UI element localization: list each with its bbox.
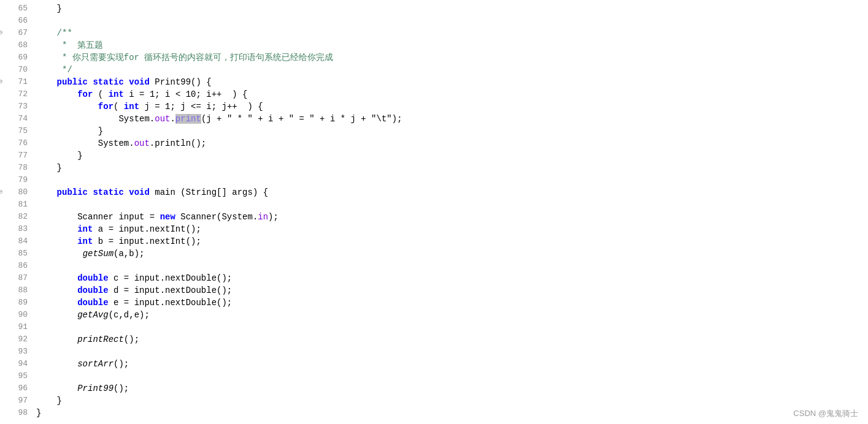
code-token: 第五题 [77, 40, 103, 50]
code-content: Print99(); [34, 382, 868, 395]
code-token: getSum [83, 249, 113, 259]
collapse-icon[interactable]: ⊖ [0, 186, 2, 199]
code-content: } [34, 2, 868, 15]
code-token [36, 77, 57, 87]
line-number: 73 [0, 100, 34, 113]
code-token [124, 187, 129, 197]
code-token: out [134, 138, 150, 148]
code-content: public static void main (String[] args) … [34, 186, 868, 199]
code-line: 86 [0, 260, 868, 272]
line-number: 66 [0, 15, 34, 27]
code-line: 92 printRect(); [0, 333, 868, 346]
code-token: printRect [77, 335, 124, 344]
code-token: } [36, 163, 62, 173]
code-token [36, 384, 77, 393]
code-line: 84 int b = input.nextInt(); [0, 235, 868, 248]
code-token: getAvg [77, 310, 108, 320]
code-token [36, 273, 77, 283]
code-token: double [77, 273, 108, 283]
line-number: 89 [0, 297, 34, 309]
code-line: 73 for( int j = 1; j <= i; j++ ) { [0, 100, 868, 113]
code-content: sortArr(); [34, 358, 868, 370]
code-token: (); [113, 359, 129, 369]
code-line: 69 * 你只需要实现for 循环括号的内容就可，打印语句系统已经给你完成 [0, 51, 868, 64]
code-token: } [36, 408, 41, 418]
code-line: ⊖80 public static void main (String[] ar… [0, 186, 868, 199]
code-line: 70 */ [0, 64, 868, 76]
code-token [36, 359, 77, 369]
code-token: System. [36, 138, 134, 148]
code-token [36, 237, 77, 246]
line-number: 78 [0, 162, 34, 174]
code-line: 79 [0, 174, 868, 186]
code-line: 81 [0, 199, 868, 211]
code-content: } [34, 162, 868, 174]
code-content: } [34, 125, 868, 137]
code-token: out [155, 114, 170, 124]
code-token: (c,d,e); [109, 310, 150, 320]
code-content [34, 199, 868, 211]
code-container: 65 }66 ⊖67 /**68 * 第五题69 * 你只需要实现for 循环括… [0, 0, 868, 424]
code-token: } [36, 151, 83, 161]
code-line: 75 } [0, 125, 868, 137]
line-number: 85 [0, 248, 34, 260]
line-number: ⊖67 [0, 27, 34, 39]
code-line: 95 [0, 370, 868, 382]
line-number: 79 [0, 174, 34, 186]
code-token [36, 335, 77, 344]
code-line: 66 [0, 15, 868, 27]
code-line: 83 int a = input.nextInt(); [0, 223, 868, 235]
code-line: ⊖71 public static void Print99() { [0, 76, 868, 88]
code-line: 98} [0, 407, 868, 419]
code-token: Print99 [77, 384, 113, 393]
code-content: int a = input.nextInt(); [34, 223, 868, 235]
code-line: 82 Scanner input = new Scanner(System.in… [0, 211, 868, 223]
code-token: e = input.nextDouble(); [109, 298, 232, 308]
code-line: 68 * 第五题 [0, 39, 868, 51]
code-token: in [258, 212, 268, 222]
code-line: 74 System.out.print(j + " * " + i + " = … [0, 113, 868, 125]
line-number: 87 [0, 272, 34, 284]
code-token [36, 187, 57, 197]
code-token: static [93, 187, 123, 197]
code-token: j = 1; j <= i; j++ ) { [139, 102, 263, 112]
line-number: ⊖80 [0, 186, 34, 199]
code-content: System.out.print(j + " * " + i + " = " +… [34, 113, 868, 125]
code-token: main (String[] args) { [150, 187, 268, 197]
code-line: 96 Print99(); [0, 382, 868, 395]
code-content: double e = input.nextDouble(); [34, 297, 868, 309]
code-token: .println(); [150, 138, 206, 148]
line-number: 92 [0, 333, 34, 346]
code-line: 65 } [0, 2, 868, 15]
code-token: /** [36, 28, 72, 38]
code-token: for [77, 89, 93, 99]
code-token: i = 1; i < 10; i++ ) { [124, 89, 248, 99]
line-number: 77 [0, 150, 34, 162]
code-content: * 第五题 [34, 39, 868, 51]
code-content: int b = input.nextInt(); [34, 235, 868, 248]
line-number: 88 [0, 284, 34, 297]
code-content: getSum(a,b); [34, 248, 868, 260]
code-token: print [175, 114, 201, 124]
code-token: void [129, 187, 150, 197]
code-token [124, 77, 129, 87]
code-token: int [77, 237, 93, 246]
code-token [36, 286, 77, 295]
line-number: ⊖71 [0, 76, 34, 88]
code-token: static [93, 77, 123, 87]
code-token: . [170, 114, 175, 124]
code-content: double c = input.nextDouble(); [34, 272, 868, 284]
code-content: double d = input.nextDouble(); [34, 284, 868, 297]
code-token: void [129, 77, 150, 87]
code-content [34, 15, 868, 27]
code-content [34, 174, 868, 186]
code-token: ); [268, 212, 278, 222]
line-number: 68 [0, 39, 34, 51]
code-token [36, 298, 77, 308]
code-token: } [36, 126, 103, 136]
collapse-icon[interactable]: ⊖ [0, 27, 2, 39]
code-token: for [98, 102, 113, 112]
code-line: 90 getAvg(c,d,e); [0, 309, 868, 321]
collapse-icon[interactable]: ⊖ [0, 76, 2, 88]
code-line: 76 System.out.println(); [0, 137, 868, 150]
